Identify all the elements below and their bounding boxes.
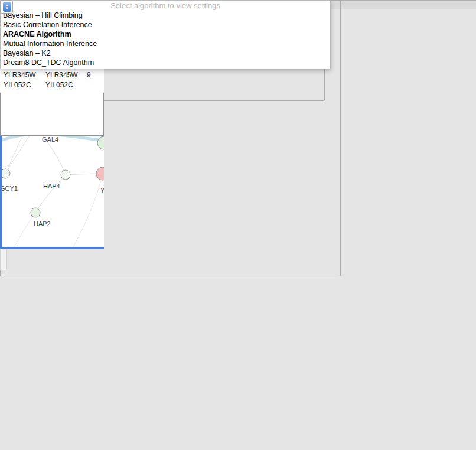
node-label: Y: [100, 187, 104, 194]
network-node[interactable]: [61, 170, 70, 180]
network-edge[interactable]: [35, 175, 66, 213]
algorithm-popup-items: Bayesian – Hill ClimbingBasic Correlatio…: [1, 11, 330, 67]
table-cell: YLR345W: [0, 70, 42, 80]
algorithm-option[interactable]: Mutual Information Inference: [1, 39, 330, 48]
table-cell: YIL052C: [42, 80, 83, 90]
table-row[interactable]: YIL052CYIL052C: [0, 80, 104, 90]
algorithm-option[interactable]: Bayesian – Hill Climbing: [1, 11, 330, 20]
table-cell: YIL052C: [0, 80, 42, 90]
algorithm-option[interactable]: Basic Correlation Inference: [1, 20, 330, 30]
table-cell: [83, 80, 104, 90]
network-edge[interactable]: [73, 174, 103, 247]
node-label: HAP2: [34, 220, 51, 227]
screen: Control Panel ✕ NetworkStyleSelectCyni T…: [0, 0, 476, 450]
table-row[interactable]: YLR345WYLR345W9.: [0, 70, 104, 80]
network-node[interactable]: [31, 208, 40, 217]
combo-stepper-icon: ▲▼: [3, 2, 11, 12]
node-label: GAL4: [42, 136, 58, 143]
algorithm-option[interactable]: Bayesian – K2: [1, 48, 330, 58]
network-node[interactable]: [97, 136, 104, 149]
algorithm-popup: Select algorithm to view settings Bayesi…: [0, 0, 331, 69]
node-label: GCY1: [2, 185, 18, 192]
algorithm-select-stepper[interactable]: ▲▼: [0, 0, 13, 14]
algorithm-option[interactable]: Dream8 DC_TDC Algorithm: [1, 58, 330, 67]
table-cell: YLR345W: [42, 70, 83, 80]
node-label: HAP4: [43, 182, 60, 190]
table-cell: 9.: [83, 70, 104, 80]
algorithm-popup-prompt: Select algorithm to view settings: [1, 1, 330, 11]
network-edge[interactable]: [14, 213, 35, 247]
network-node[interactable]: [96, 167, 104, 180]
algorithm-option[interactable]: ARACNE Algorithm: [1, 30, 330, 39]
network-node[interactable]: [2, 169, 10, 178]
